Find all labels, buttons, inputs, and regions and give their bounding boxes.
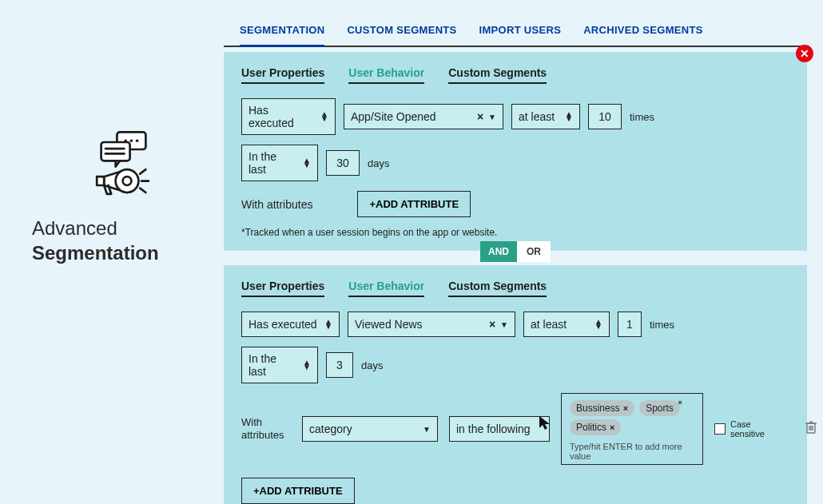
sub-tab-custom-segments[interactable]: Custom Segments	[448, 66, 547, 84]
svg-point-2	[130, 139, 133, 142]
connector-1: AND OR	[480, 241, 551, 262]
executed-select-2[interactable]: Has executed ▲▼	[241, 312, 340, 337]
sidebar-title: Advanced Segmentation	[32, 216, 208, 265]
close-icon[interactable]: ✕	[796, 45, 813, 62]
days-input-2[interactable]: 3	[326, 352, 353, 378]
chip-remove-icon[interactable]: ×	[623, 403, 628, 413]
add-attribute-button[interactable]: +ADD ATTRIBUTE	[357, 191, 471, 217]
executed-select[interactable]: Has executed ▲▼	[241, 98, 336, 135]
tab-import-users[interactable]: IMPORT USERS	[479, 24, 562, 41]
atleast-select[interactable]: at least ▲▼	[511, 104, 580, 129]
svg-rect-9	[97, 177, 104, 185]
sub-tab-user-properties-2[interactable]: User Properties	[241, 280, 324, 297]
tab-segmentation[interactable]: SEGMENTATION	[240, 24, 324, 47]
times-input-2[interactable]: 1	[618, 312, 642, 337]
svg-point-8	[123, 177, 132, 185]
times-label: times	[630, 111, 654, 123]
sub-tab-user-behavior[interactable]: User Behavior	[348, 66, 424, 84]
chip-hint: Type/hit ENTER to add more value	[570, 442, 694, 461]
tab-archived-segments[interactable]: ARCHIVED SEGMENTS	[583, 24, 703, 41]
chip-politics: Politics ×	[570, 419, 621, 435]
trash-icon[interactable]	[805, 420, 817, 438]
megaphone-chat-icon	[84, 128, 156, 200]
tracking-note: *Tracked when a user session begins on t…	[241, 227, 789, 238]
event-select[interactable]: App/Site Opened ×▼	[344, 104, 503, 129]
chip-sports: Sports×	[639, 400, 680, 416]
sub-tab-user-behavior-2[interactable]: User Behavior	[348, 280, 424, 297]
connector-and[interactable]: AND	[480, 241, 517, 262]
connector-or[interactable]: OR	[517, 241, 551, 262]
attribute-values-input[interactable]: Bussiness × Sports× Politics × Type/hit …	[561, 393, 703, 465]
inlast-select[interactable]: In the last ▲▼	[241, 145, 318, 181]
sidebar: Advanced Segmentation	[32, 24, 208, 504]
with-attributes-label-2: With attributes	[241, 416, 291, 441]
inlast-select-2[interactable]: In the last ▲▼	[241, 347, 318, 383]
days-input[interactable]: 30	[326, 150, 360, 176]
sub-tab-user-properties[interactable]: User Properties	[241, 66, 324, 84]
case-sensitive-checkbox[interactable]	[714, 423, 726, 435]
chip-bussiness: Bussiness ×	[570, 400, 634, 416]
days-label: days	[368, 157, 389, 169]
condition-panel-2: User Properties User Behavior Custom Seg…	[224, 265, 807, 504]
times-input[interactable]: 10	[588, 104, 622, 129]
svg-rect-4	[101, 142, 130, 161]
tab-custom-segments[interactable]: CUSTOM SEGMENTS	[347, 24, 456, 41]
svg-line-12	[140, 189, 145, 192]
case-sensitive-label: Case sensitive	[730, 419, 769, 439]
chip-remove-icon[interactable]: ×	[678, 399, 682, 407]
cursor-icon	[536, 414, 554, 431]
in-following-select[interactable]: in the following	[449, 416, 550, 442]
sub-tab-custom-segments-2[interactable]: Custom Segments	[448, 280, 547, 297]
svg-point-3	[136, 139, 139, 142]
with-attributes-label: With attributes	[241, 198, 312, 211]
svg-line-11	[140, 169, 145, 173]
add-attribute-button-2[interactable]: +ADD ATTRIBUTE	[241, 478, 355, 504]
times-label-2: times	[650, 319, 674, 331]
condition-panel-1: User Properties User Behavior Custom Seg…	[224, 52, 807, 251]
main-tabs: SEGMENTATION CUSTOM SEGMENTS IMPORT USER…	[224, 24, 807, 47]
days-label-2: days	[361, 359, 383, 371]
attribute-name-select[interactable]: category ▼	[302, 416, 438, 442]
event-select-2[interactable]: Viewed News ×▼	[348, 312, 515, 337]
atleast-select-2[interactable]: at least ▲▼	[523, 312, 610, 337]
chip-remove-icon[interactable]: ×	[610, 423, 614, 432]
